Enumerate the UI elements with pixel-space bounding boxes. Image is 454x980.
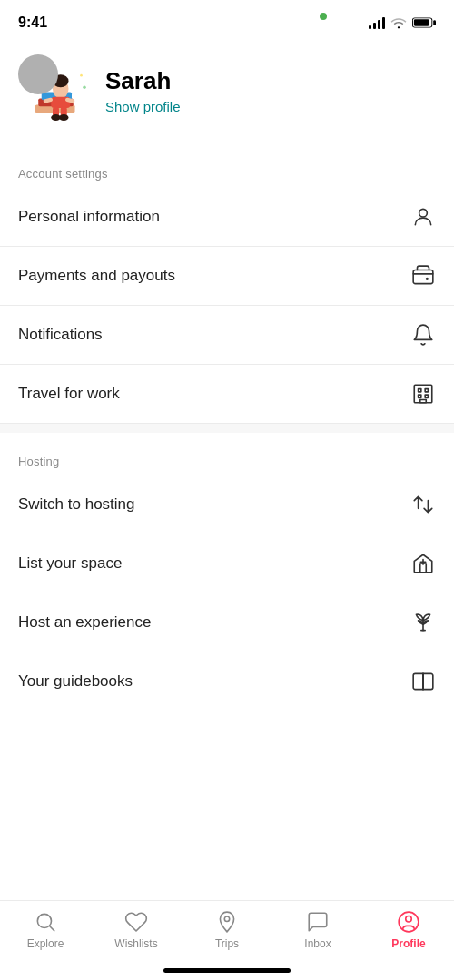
status-icons — [369, 16, 436, 29]
personal-information-label: Personal information — [18, 208, 160, 226]
nav-wishlists[interactable]: Wishlists — [100, 910, 173, 950]
nav-explore[interactable]: Explore — [9, 910, 82, 950]
heart-icon — [124, 910, 148, 934]
avatar-area — [18, 54, 91, 127]
profile-info: Sarah Show profile — [105, 67, 436, 115]
chat-icon — [306, 910, 330, 934]
guidebooks-label: Your guidebooks — [18, 672, 133, 691]
svg-rect-25 — [419, 395, 421, 397]
travel-work-label: Travel for work — [18, 385, 120, 403]
svg-point-15 — [59, 114, 69, 121]
home-indicator — [163, 968, 291, 973]
nav-inbox[interactable]: Inbox — [281, 910, 354, 950]
person-circle-icon — [397, 910, 420, 934]
signal-icon — [369, 16, 385, 29]
menu-item-list-space[interactable]: List your space — [0, 534, 454, 593]
nav-trips-label: Trips — [215, 937, 239, 950]
profile-header: Sarah Show profile — [0, 40, 454, 145]
book-icon — [410, 669, 436, 694]
status-time: 9:41 — [18, 15, 47, 31]
menu-item-personal-information[interactable]: Personal information — [0, 188, 454, 247]
battery-icon — [412, 16, 436, 29]
nav-trips[interactable]: Trips — [191, 910, 263, 950]
nav-wishlists-label: Wishlists — [114, 937, 157, 950]
svg-point-21 — [426, 278, 429, 280]
svg-rect-20 — [413, 270, 433, 284]
notifications-label: Notifications — [18, 326, 103, 344]
notification-dot — [320, 13, 327, 20]
wifi-icon — [390, 16, 407, 29]
airbnb-icon — [215, 910, 239, 934]
hosting-label: Hosting — [0, 433, 454, 475]
wallet-icon — [410, 263, 436, 289]
switch-icon — [410, 492, 436, 517]
svg-point-19 — [419, 209, 428, 217]
menu-item-host-experience[interactable]: Host an experience — [0, 593, 454, 652]
switch-hosting-label: Switch to hosting — [18, 495, 135, 514]
profile-name: Sarah — [105, 67, 436, 95]
show-profile-link[interactable]: Show profile — [105, 99, 181, 114]
svg-point-18 — [83, 86, 86, 90]
building-icon — [410, 381, 436, 407]
house-plus-icon — [410, 551, 436, 576]
palm-tree-icon — [410, 610, 436, 635]
svg-point-29 — [224, 916, 229, 921]
menu-item-payments[interactable]: Payments and payouts — [0, 247, 454, 306]
host-experience-label: Host an experience — [18, 613, 151, 632]
avatar — [18, 54, 58, 94]
person-icon — [410, 204, 436, 230]
menu-item-switch-hosting[interactable]: Switch to hosting — [0, 475, 454, 534]
menu-item-notifications[interactable]: Notifications — [0, 306, 454, 365]
search-icon — [34, 910, 57, 934]
svg-rect-24 — [425, 389, 428, 392]
svg-point-17 — [80, 74, 83, 77]
menu-item-travel-work[interactable]: Travel for work — [0, 365, 454, 424]
list-space-label: List your space — [18, 554, 122, 573]
menu-item-guidebooks[interactable]: Your guidebooks — [0, 652, 454, 711]
nav-profile[interactable]: Profile — [372, 910, 445, 950]
payments-label: Payments and payouts — [18, 267, 175, 285]
svg-rect-3 — [414, 19, 429, 25]
main-content: Sarah Show profile Account settings Pers… — [0, 40, 454, 802]
svg-point-28 — [37, 914, 51, 927]
nav-profile-label: Profile — [391, 937, 425, 950]
nav-inbox-label: Inbox — [304, 937, 331, 950]
svg-rect-26 — [425, 395, 428, 397]
svg-rect-1 — [433, 20, 436, 25]
nav-explore-label: Explore — [27, 937, 64, 950]
svg-rect-27 — [420, 400, 427, 403]
section-divider — [0, 424, 454, 433]
svg-point-31 — [406, 916, 412, 923]
status-bar: 9:41 — [0, 0, 454, 40]
account-settings-label: Account settings — [0, 145, 454, 188]
bell-icon — [410, 322, 436, 348]
svg-rect-23 — [419, 389, 421, 392]
